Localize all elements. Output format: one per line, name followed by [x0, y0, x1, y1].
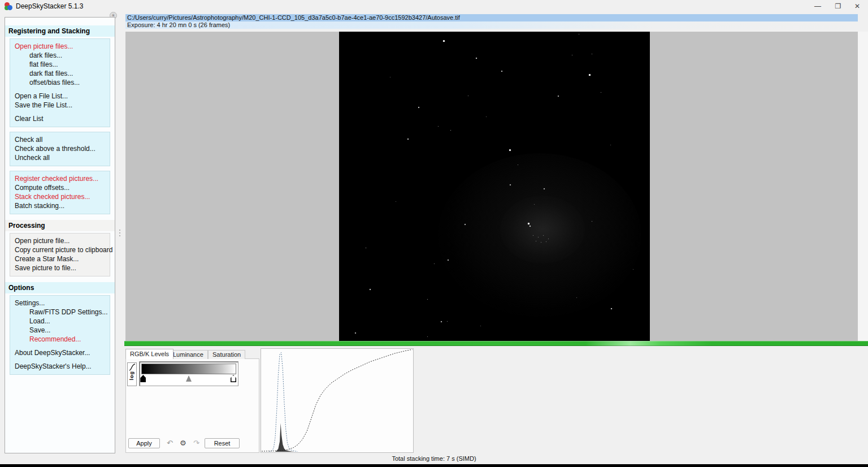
sidebar-command-flat-files[interactable]: flat files... — [10, 60, 110, 69]
star-image[interactable] — [339, 32, 650, 341]
section-header-options: Options — [5, 282, 115, 293]
star — [544, 188, 545, 189]
preview-right-gutter — [858, 32, 868, 341]
sidebar-command-create-a-star-mask[interactable]: Create a Star Mask... — [10, 254, 110, 263]
levels-slider[interactable] — [139, 361, 238, 386]
group-check-commands: Check allCheck above a threshold...Unche… — [10, 132, 110, 166]
explorer-sidebar: Registering and Stacking Open picture fi… — [5, 17, 115, 453]
group-processing-commands: Open picture file...Copy current picture… — [10, 233, 110, 276]
sidebar-command-settings[interactable]: Settings... — [10, 299, 110, 308]
group-stacking-commands: Register checked pictures...Compute offs… — [10, 171, 110, 214]
star — [468, 96, 468, 96]
star — [476, 58, 477, 59]
star — [548, 239, 549, 239]
sidebar-command-save-picture-to-file[interactable]: Save picture to file... — [10, 263, 110, 273]
black-point-marker[interactable] — [140, 375, 146, 382]
log-label: log — [128, 371, 136, 380]
star — [579, 34, 579, 34]
tab-luminance[interactable]: Luminance — [168, 350, 208, 359]
star — [396, 201, 396, 202]
sidebar-command-dark-flat-files[interactable]: dark flat files... — [10, 69, 110, 78]
levels-tab-page: log Apply ↶ ⚙ ↷ Reset — [125, 358, 259, 453]
star — [589, 74, 591, 76]
sidebar-command-open-picture-file[interactable]: Open picture file... — [10, 236, 110, 245]
star — [448, 260, 449, 261]
histogram-series-histogram-fill — [275, 423, 295, 452]
sidebar-command-register-checked-pictures[interactable]: Register checked pictures... — [10, 174, 110, 183]
sidebar-command-compute-offsets[interactable]: Compute offsets... — [10, 183, 110, 192]
exposure-text: Exposure: 4 hr 20 mn 0 s (26 frames) — [125, 21, 858, 29]
group-options-commands: Settings...Raw/FITS DDP Settings...Load.… — [10, 295, 110, 375]
levels-gradient-bar — [141, 364, 236, 374]
star — [434, 263, 435, 264]
undo-icon[interactable]: ↶ — [167, 439, 173, 448]
sidebar-command-open-picture-files[interactable]: Open picture files... — [10, 42, 110, 51]
section-header-registering-and-stacking: Registering and Stacking — [5, 25, 115, 37]
levels-tab-bar: RGB/K Levels Luminance Saturation — [125, 349, 259, 359]
midtone-marker[interactable] — [186, 375, 192, 382]
sidebar-command-load[interactable]: Load... — [10, 317, 110, 326]
star — [572, 55, 572, 55]
star — [510, 184, 511, 185]
sidebar-command-dark-files[interactable]: dark files... — [10, 51, 110, 60]
reset-button[interactable]: Reset — [205, 438, 240, 448]
star — [533, 235, 533, 236]
sidebar-command-check-above-a-threshold[interactable]: Check above a threshold... — [10, 144, 110, 153]
levels-panel: log Apply ↶ ⚙ ↷ Reset RGB/K Levels Lumin… — [125, 349, 259, 453]
sidebar-command-batch-stacking[interactable]: Batch stacking... — [10, 201, 110, 210]
sidebar-command-clear-list[interactable]: Clear List — [10, 114, 110, 123]
star — [418, 107, 419, 108]
star — [576, 297, 577, 298]
star — [558, 96, 559, 97]
bottom-border — [0, 464, 868, 467]
log-scale-toggle[interactable]: log — [127, 362, 137, 386]
histogram-chart — [262, 349, 413, 452]
star — [407, 139, 409, 140]
sidebar-command-copy-current-picture-to-clipboard[interactable]: Copy current picture to clipboard — [10, 245, 110, 254]
sidebar-command-check-all[interactable]: Check all — [10, 135, 110, 144]
star — [509, 149, 511, 151]
minimize-button[interactable]: — — [808, 0, 827, 12]
close-button[interactable]: ✕ — [848, 0, 867, 12]
image-preview-area[interactable] — [125, 32, 858, 341]
star — [370, 289, 371, 290]
star — [611, 308, 612, 309]
star — [538, 237, 539, 237]
white-point-marker[interactable] — [231, 375, 236, 382]
tab-saturation[interactable]: Saturation — [208, 350, 245, 359]
sidebar-command-uncheck-all[interactable]: Uncheck all — [10, 153, 110, 162]
section-header-processing: Processing — [5, 220, 115, 231]
star — [534, 204, 535, 205]
tab-rgb-k-levels[interactable]: RGB/K Levels — [125, 349, 173, 359]
image-info-bar: C:/Users/curry/Pictures/Astrophotography… — [125, 14, 858, 29]
levels-marker-row — [141, 374, 236, 383]
star — [592, 54, 592, 54]
star — [530, 226, 531, 227]
star — [528, 223, 530, 224]
star — [541, 242, 541, 243]
sidebar-command-stack-checked-pictures[interactable]: Stack checked pictures... — [10, 192, 110, 201]
sidebar-command-save[interactable]: Save... — [10, 326, 110, 335]
star — [427, 336, 428, 337]
gear-icon[interactable]: ⚙ — [180, 439, 186, 448]
star — [465, 224, 466, 225]
star — [450, 130, 451, 131]
app-icon — [5, 2, 12, 10]
sidebar-command-about-deepskystacker[interactable]: About DeepSkyStacker... — [10, 348, 110, 357]
sidebar-command-offset-bias-files[interactable]: offset/bias files... — [10, 78, 110, 87]
splitter-handle[interactable] — [119, 228, 121, 240]
star — [486, 116, 487, 117]
redo-icon[interactable]: ↷ — [193, 439, 199, 448]
star — [543, 235, 544, 236]
apply-button[interactable]: Apply — [128, 438, 160, 448]
sidebar-command-save-the-file-list[interactable]: Save the File List... — [10, 101, 110, 110]
star — [355, 332, 356, 334]
sidebar-command-deepskystacker-s-help[interactable]: DeepSkyStacker's Help... — [10, 362, 110, 371]
sidebar-command-recommended[interactable]: Recommended... — [10, 335, 110, 344]
status-bar: Total stacking time: 7 s (SIMD) — [0, 453, 868, 464]
sidebar-command-open-a-file-list[interactable]: Open a File List... — [10, 92, 110, 101]
maximize-button[interactable]: ❐ — [828, 0, 848, 12]
star — [536, 241, 536, 241]
histogram-series-luminance-envelope — [269, 352, 298, 452]
sidebar-command-raw-fits-ddp-settings[interactable]: Raw/FITS DDP Settings... — [10, 308, 110, 317]
